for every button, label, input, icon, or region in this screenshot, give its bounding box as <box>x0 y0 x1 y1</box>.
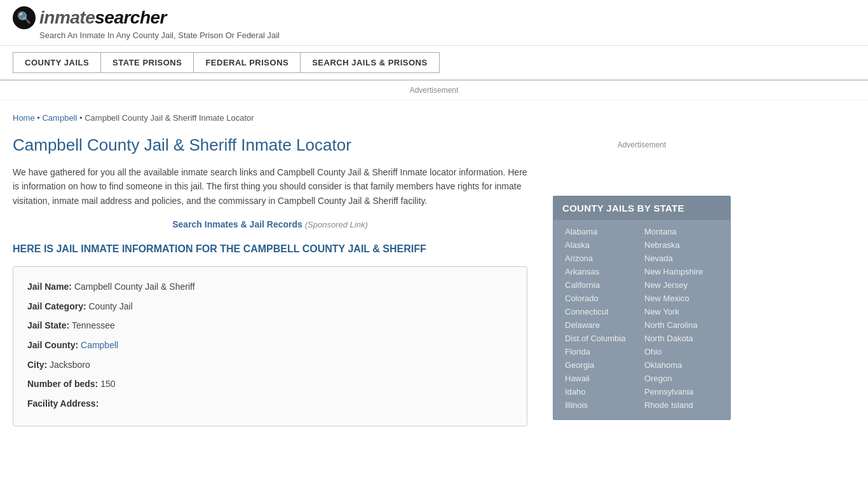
tagline: Search An Inmate In Any County Jail, Sta… <box>39 30 855 40</box>
nav-federal-prisons[interactable]: FEDERAL PRISONS <box>193 52 300 73</box>
field-jail-name: Jail Name: Campbell County Jail & Sherif… <box>27 278 513 295</box>
state-nevada[interactable]: Nevada <box>642 252 721 265</box>
state-florida[interactable]: Florida <box>562 345 642 358</box>
state-box-header: COUNTY JAILS BY STATE <box>553 196 730 220</box>
field-jail-state: Jail State: Tennessee <box>27 317 513 334</box>
state-alabama[interactable]: Alabama <box>562 225 642 238</box>
state-col1: Alabama Alaska Arizona Arkansas Californ… <box>562 225 642 412</box>
state-box: COUNTY JAILS BY STATE Alabama Alaska Ari… <box>553 196 731 420</box>
label-jail-county: Jail County: <box>27 340 81 350</box>
sidebar: Advertisement COUNTY JAILS BY STATE Alab… <box>546 100 743 445</box>
label-city: City: <box>27 360 50 370</box>
state-rhode-island[interactable]: Rhode Island <box>642 398 721 412</box>
state-new-york[interactable]: New York <box>642 305 721 318</box>
breadcrumb-current: Campbell County Jail & Sheriff Inmate Lo… <box>85 113 254 123</box>
val-beds: 150 <box>100 379 115 389</box>
breadcrumb-home[interactable]: Home <box>13 113 35 123</box>
field-jail-category: Jail Category: County Jail <box>27 298 513 315</box>
field-jail-county: Jail County: Campbell <box>27 337 513 354</box>
nav: COUNTY JAILS STATE PRISONS FEDERAL PRISO… <box>0 46 868 81</box>
val-jail-name: Campbell County Jail & Sheriff <box>74 281 195 292</box>
breadcrumb-campbell[interactable]: Campbell <box>42 113 77 123</box>
state-colorado[interactable]: Colorado <box>562 292 642 305</box>
sponsored-text: (Sponsored Link) <box>305 220 368 229</box>
description-text: We have gathered for you all the availab… <box>13 165 527 208</box>
main-layout: Home • Campbell • Campbell County Jail &… <box>0 100 868 445</box>
logo-icon: 🔍 <box>13 6 36 29</box>
logo-text-part1: inmate <box>39 8 95 27</box>
field-address: Facility Address: <box>27 395 513 412</box>
state-hawaii[interactable]: Hawaii <box>562 372 642 385</box>
state-connecticut[interactable]: Connecticut <box>562 305 642 318</box>
state-arkansas[interactable]: Arkansas <box>562 265 642 278</box>
state-new-hampshire[interactable]: New Hampshire <box>642 265 721 278</box>
label-jail-category: Jail Category: <box>27 301 88 311</box>
search-inmates-link[interactable]: Search Inmates & Jail Records <box>172 219 302 229</box>
state-idaho[interactable]: Idaho <box>562 385 642 398</box>
state-north-dakota[interactable]: North Dakota <box>642 332 721 345</box>
state-delaware[interactable]: Delaware <box>562 318 642 332</box>
state-nebraska[interactable]: Nebraska <box>642 238 721 252</box>
state-north-carolina[interactable]: North Carolina <box>642 318 721 332</box>
state-dc[interactable]: Dist.of Columbia <box>562 332 642 345</box>
state-ohio[interactable]: Ohio <box>642 345 721 358</box>
ad-sidebar-label: Advertisement <box>618 140 667 149</box>
nav-state-prisons[interactable]: STATE PRISONS <box>100 52 193 73</box>
state-pennsylvania[interactable]: Pennsylvania <box>642 385 721 398</box>
state-new-jersey[interactable]: New Jersey <box>642 278 721 292</box>
label-address: Facility Address: <box>27 398 98 409</box>
val-jail-category: County Jail <box>88 301 132 311</box>
state-oklahoma[interactable]: Oklahoma <box>642 358 721 372</box>
field-beds: Number of beds: 150 <box>27 376 513 393</box>
field-city: City: Jacksboro <box>27 356 513 374</box>
state-grid: Alabama Alaska Arizona Arkansas Californ… <box>553 220 730 419</box>
logo-text-part2: searcher <box>95 8 166 27</box>
state-california[interactable]: California <box>562 278 642 292</box>
val-jail-state: Tennessee <box>72 320 115 330</box>
state-alaska[interactable]: Alaska <box>562 238 642 252</box>
logo-area: 🔍 inmatesearcher <box>13 6 855 29</box>
nav-inner: COUNTY JAILS STATE PRISONS FEDERAL PRISO… <box>13 52 855 73</box>
nav-search-jails[interactable]: SEARCH JAILS & PRISONS <box>300 52 439 73</box>
state-new-mexico[interactable]: New Mexico <box>642 292 721 305</box>
state-georgia[interactable]: Georgia <box>562 358 642 372</box>
info-heading: HERE IS JAIL INMATE INFORMATION FOR THE … <box>13 243 527 255</box>
breadcrumb: Home • Campbell • Campbell County Jail &… <box>13 113 527 123</box>
search-link-area: Search Inmates & Jail Records (Sponsored… <box>13 219 527 229</box>
header: 🔍 inmatesearcher Search An Inmate In Any… <box>0 0 868 46</box>
breadcrumb-sep2: • <box>79 113 85 123</box>
ad-sidebar: Advertisement <box>553 107 731 183</box>
label-jail-name: Jail Name: <box>27 281 74 292</box>
state-col2: Montana Nebraska Nevada New Hampshire Ne… <box>642 225 721 412</box>
label-jail-state: Jail State: <box>27 320 72 330</box>
state-arizona[interactable]: Arizona <box>562 252 642 265</box>
logo-text: inmatesearcher <box>39 8 166 28</box>
page-title: Campbell County Jail & Sheriff Inmate Lo… <box>13 135 527 155</box>
state-montana[interactable]: Montana <box>642 225 721 238</box>
label-beds: Number of beds: <box>27 379 100 389</box>
val-jail-county-link[interactable]: Campbell <box>81 340 118 350</box>
info-box: Jail Name: Campbell County Jail & Sherif… <box>13 266 527 426</box>
state-illinois[interactable]: Illinois <box>562 398 642 412</box>
content-area: Home • Campbell • Campbell County Jail &… <box>0 100 546 445</box>
nav-county-jails[interactable]: COUNTY JAILS <box>13 52 100 73</box>
val-city: Jacksboro <box>50 360 90 370</box>
state-oregon[interactable]: Oregon <box>642 372 721 385</box>
ad-strip: Advertisement <box>0 81 868 100</box>
